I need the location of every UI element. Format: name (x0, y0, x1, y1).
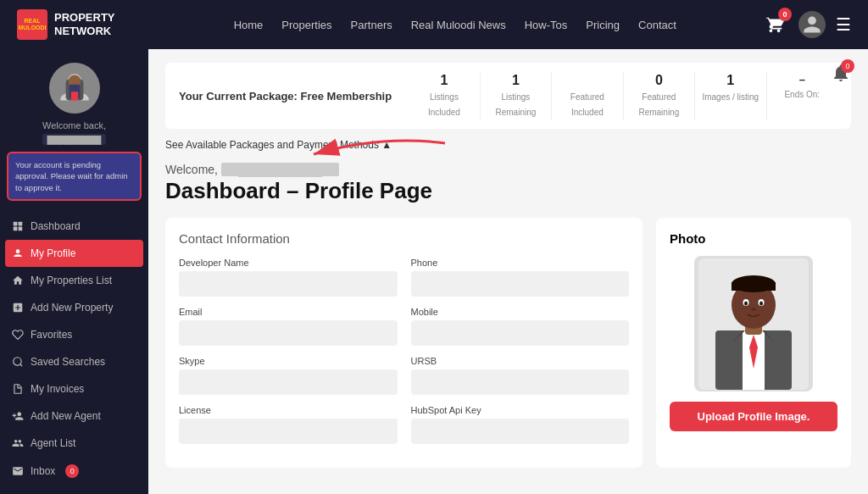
package-title: Your Current Package: Free Membership (179, 90, 392, 103)
form-row-3: Skype URSB (179, 356, 629, 395)
input-email[interactable] (179, 320, 398, 346)
photo-card-title: Photo (670, 231, 706, 246)
form-row-1: Developer Name Phone (179, 258, 629, 297)
sidebar-item-myprofile-label: My Profile (31, 247, 75, 259)
svg-point-20 (744, 301, 748, 305)
svg-rect-24 (732, 282, 776, 291)
sidebar-item-saved-searches[interactable]: Saved Searches (0, 348, 148, 375)
field-developer-name: Developer Name (179, 258, 398, 297)
svg-rect-4 (70, 92, 77, 100)
field-mobile: Mobile (411, 307, 630, 346)
sidebar-avatar (49, 63, 100, 114)
input-ursb[interactable] (411, 369, 630, 395)
add-property-icon (12, 302, 24, 314)
sidebar-item-invoices-label: My Invoices (31, 383, 84, 395)
stat-featured-included: Featured Included (552, 71, 623, 120)
stat-listings-included: 1 Listings Included (409, 71, 480, 120)
input-hubspot[interactable] (411, 419, 630, 444)
label-mobile: Mobile (411, 307, 630, 317)
stats-row: 1 Listings Included 1 Listings Remaining… (409, 71, 837, 120)
nav-properties[interactable]: Properties (281, 19, 331, 31)
avatar-icon (802, 14, 822, 35)
sidebar-item-agent-list[interactable]: Agent List (0, 430, 148, 457)
svg-rect-7 (14, 226, 18, 230)
sidebar-item-add-agent-label: Add New Agent (31, 410, 101, 422)
logo[interactable]: REAL MULOODI PROPERTY NETWORK (17, 9, 115, 40)
input-developer-name[interactable] (179, 271, 398, 297)
stat-images-label: Images / listing (702, 92, 759, 102)
label-developer-name: Developer Name (179, 258, 398, 268)
sidebar-item-dashboard-label: Dashboard (31, 220, 81, 232)
stat-listings-remaining: 1 Listings Remaining (481, 71, 552, 120)
add-agent-icon (12, 410, 24, 422)
input-skype[interactable] (179, 369, 398, 395)
sidebar-item-add-property-label: Add New Property (31, 302, 113, 314)
sidebar-item-inbox[interactable]: Inbox 0 (0, 457, 148, 486)
cart-badge: 0 (778, 8, 792, 21)
sidebar-avatar-icon (53, 67, 96, 109)
stat-ends-on-label: Ends On: (784, 90, 820, 99)
svg-rect-8 (19, 226, 23, 230)
contact-card-title: Contact Information (179, 231, 629, 246)
stat-listings-included-label: Listings Included (428, 92, 460, 117)
label-ursb: URSB (411, 356, 630, 366)
contact-card: Contact Information Developer Name Phone… (165, 218, 643, 468)
svg-point-9 (16, 249, 20, 253)
stat-listings-remaining-num: 1 (487, 73, 544, 88)
input-mobile[interactable] (411, 320, 630, 346)
cart-button[interactable]: 0 (761, 11, 788, 38)
upload-profile-image-button[interactable]: Upload Profile Image. (670, 402, 837, 431)
sidebar-item-properties-list[interactable]: My Properties List (0, 267, 148, 294)
nav-partners[interactable]: Partners (351, 19, 392, 31)
sidebar-item-add-property[interactable]: Add New Property (0, 294, 148, 321)
logo-text: PROPERTY NETWORK (54, 11, 115, 37)
sidebar-welcome-label: Welcome back, (42, 120, 106, 130)
stat-featured-remaining-num: 0 (631, 73, 687, 88)
stat-featured-included-num (559, 73, 615, 88)
svg-point-21 (760, 301, 763, 305)
sidebar-item-favorites[interactable]: Favorites (0, 321, 148, 348)
sidebar-item-dashboard[interactable]: Dashboard (0, 213, 148, 240)
nav-news[interactable]: Real Muloodi News (411, 19, 506, 31)
packages-link-text: See Available Packages and Payment Metho… (165, 139, 392, 151)
field-ursb: URSB (411, 356, 630, 395)
label-hubspot: HubSpot Api Key (411, 405, 630, 415)
sidebar-nav: Dashboard My Profile My Properties List … (0, 209, 148, 489)
nav-contact[interactable]: Contact (638, 19, 676, 31)
page-title: Dashboard – Profile Page (165, 178, 851, 204)
dashboard-icon (12, 220, 24, 232)
nav-pricing[interactable]: Pricing (586, 19, 620, 31)
nav-links: Home Properties Partners Real Muloodi Ne… (149, 19, 761, 31)
svg-point-10 (14, 358, 21, 365)
user-avatar[interactable] (798, 11, 826, 38)
stat-listings-included-num: 1 (415, 73, 472, 88)
content-columns: Contact Information Developer Name Phone… (165, 218, 851, 468)
sidebar-item-inbox-label: Inbox (31, 465, 55, 477)
bell-button[interactable]: 0 (831, 63, 851, 86)
nav-howtos[interactable]: How-Tos (525, 19, 568, 31)
field-email: Email (179, 307, 398, 346)
invoices-icon (12, 383, 24, 395)
input-license[interactable] (179, 419, 398, 444)
logo-icon: REAL MULOODI (17, 9, 47, 40)
stat-images-num: 1 (702, 73, 759, 88)
nav-home[interactable]: Home (234, 19, 264, 31)
stat-featured-remaining-label: Featured Remaining (638, 92, 679, 117)
label-phone: Phone (411, 258, 630, 268)
inbox-icon (12, 465, 24, 477)
menu-button[interactable]: ☰ (836, 14, 851, 35)
properties-icon (12, 275, 24, 286)
packages-link[interactable]: See Available Packages and Payment Metho… (165, 139, 851, 151)
form-row-2: Email Mobile (179, 307, 629, 346)
sidebar-item-add-agent[interactable]: Add New Agent (0, 402, 148, 430)
form-row-4: License HubSpot Api Key (179, 405, 629, 444)
package-bar: Your Current Package: Free Membership 1 … (165, 63, 851, 129)
sidebar-item-myprofile[interactable]: My Profile (5, 240, 143, 267)
pending-approval-text: Your account is pending approval. Please… (15, 160, 128, 192)
saved-searches-icon (12, 356, 24, 368)
pending-approval-box: Your account is pending approval. Please… (7, 152, 142, 201)
svg-rect-5 (14, 222, 18, 226)
sidebar-item-invoices[interactable]: My Invoices (0, 375, 148, 402)
input-phone[interactable] (411, 271, 630, 297)
welcome-header: Welcome, ██████████ (165, 163, 851, 176)
